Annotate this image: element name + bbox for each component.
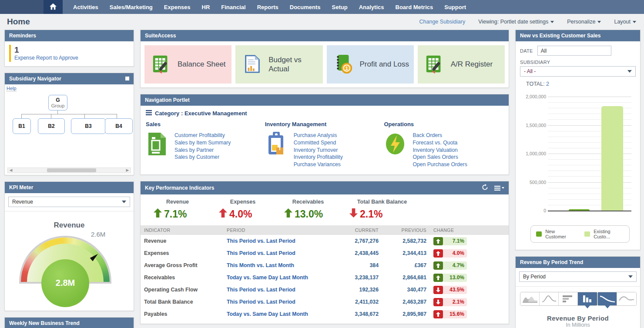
scroll-left-icon[interactable]: ◀ xyxy=(8,168,14,172)
table-row[interactable]: Operating Cash FlowThis Period vs. Last … xyxy=(141,284,509,296)
vbar-chart-icon-selected[interactable] xyxy=(578,292,597,305)
suiteaccess-tile-label: Budget vs Actual xyxy=(268,55,321,74)
smooth-line-icon[interactable] xyxy=(617,292,636,305)
total-count: TOTAL: 2 xyxy=(526,81,636,87)
nav-link-inventory-profitability[interactable]: Inventory Profitability xyxy=(294,154,343,161)
tree-node-b1[interactable]: B1 xyxy=(13,118,31,134)
new-vs-existing-header[interactable]: New vs Existing Customer Sales xyxy=(516,30,640,41)
navigation-portlet-header[interactable]: Navigation Portlet xyxy=(141,94,509,106)
nav-link-sales-by-customer[interactable]: Sales by Customer xyxy=(174,154,231,161)
suiteaccess-header[interactable]: SuiteAccess xyxy=(141,30,509,41)
horizontal-scrollbar[interactable]: ◀ ▶ xyxy=(7,167,131,173)
kpi-meter-select[interactable]: Revenue xyxy=(8,197,130,207)
kpi-period-link[interactable]: This Period vs. Last Period xyxy=(223,247,332,259)
nav-item-support[interactable]: Support xyxy=(444,4,466,10)
nav-link-open-sales-orders[interactable]: Open Sales Orders xyxy=(413,154,467,161)
maximize-icon[interactable] xyxy=(125,77,129,80)
nav-link-sales-by-item-summary[interactable]: Sales by Item Summary xyxy=(174,139,231,147)
nav-link-sales-by-partner[interactable]: Sales by Partner xyxy=(174,147,231,154)
nav-item-board-metrics[interactable]: Board Metrics xyxy=(396,4,433,10)
reminder-link[interactable]: Expense Report to Approve xyxy=(14,55,129,61)
kpi-period-link[interactable]: This Period vs. Last Period xyxy=(223,296,332,308)
home-tab[interactable] xyxy=(44,0,63,14)
weekly-trend-portlet: Weekly New Business Trend Weekly xyxy=(4,317,134,328)
legend-item: Existing Custo... xyxy=(584,229,624,239)
weekly-trend-header[interactable]: Weekly New Business Trend xyxy=(5,318,134,328)
reminders-header[interactable]: Reminders xyxy=(5,30,134,41)
date-input[interactable]: All xyxy=(537,46,611,56)
personalize-menu[interactable]: Personalize xyxy=(567,19,601,25)
nav-link-open-purchase-orders[interactable]: Open Purchase Orders xyxy=(413,161,467,168)
smooth-line-icon-selected[interactable] xyxy=(598,292,617,305)
table-row[interactable]: RevenueThis Period vs. Last Period2,767,… xyxy=(141,235,509,247)
nav-item-setup[interactable]: Setup xyxy=(332,4,348,10)
nav-link-back-orders[interactable]: Back Orders xyxy=(413,132,467,139)
kpi-period-link[interactable]: This Period vs. Last Period xyxy=(223,284,332,296)
nav-link-inventory-valuation[interactable]: Inventory Valuation xyxy=(413,147,467,154)
viewing-menu[interactable]: Viewing: Portlet date settings xyxy=(478,19,554,25)
subsidiary-select[interactable]: - All - xyxy=(520,66,636,77)
nav-link-inventory-turnover[interactable]: Inventory Turnover xyxy=(294,147,343,154)
revenue-trend-header[interactable]: Revenue By Period Trend xyxy=(516,257,640,268)
kpi-period-link[interactable]: Today vs. Same Day Last Month xyxy=(223,308,332,320)
nav-item-expenses[interactable]: Expenses xyxy=(164,4,191,10)
nav-portlet-column-sales: SalesCustomer ProfitabilitySales by Item… xyxy=(146,121,265,168)
category-row[interactable]: Category : Executive Management xyxy=(146,109,503,121)
table-row[interactable]: ReceivablesToday vs. Same Day Last Month… xyxy=(141,271,509,284)
table-row[interactable]: PayablesToday vs. Same Day Last Month3,3… xyxy=(141,308,509,320)
suiteaccess-tile-balance-sheet[interactable]: Balance Sheet xyxy=(144,45,231,84)
area-chart-icon[interactable] xyxy=(520,292,540,305)
subsidiary-navigator-header[interactable]: Subsidiary Navigator xyxy=(5,73,134,84)
tree-node-label: B2 xyxy=(48,123,54,129)
scroll-right-icon[interactable]: ▶ xyxy=(124,168,131,172)
nav-item-financial[interactable]: Financial xyxy=(221,4,245,10)
help-link[interactable]: Help xyxy=(7,86,17,91)
bar-new-customer[interactable] xyxy=(569,209,590,211)
gauge-title: Revenue xyxy=(5,221,134,230)
refresh-icon[interactable] xyxy=(482,184,488,192)
change-subsidiary-link[interactable]: Change Subsidiary xyxy=(419,19,466,25)
suiteaccess-tile-budget-vs-actual[interactable]: Budget vs Actual xyxy=(235,45,322,84)
suiteaccess-tile-a-r-register[interactable]: A/R Register xyxy=(418,45,505,84)
layout-menu[interactable]: Layout xyxy=(614,19,636,25)
nav-link-committed-spend[interactable]: Committed Spend xyxy=(294,139,343,147)
nav-portlet-column-operations: OperationsBack OrdersForecast vs. QuotaI… xyxy=(384,121,503,168)
nav-item-analytics[interactable]: Analytics xyxy=(359,4,384,10)
nav-link-customer-profitability[interactable]: Customer Profitability xyxy=(174,132,231,139)
kpi-period-link[interactable]: This Period vs. Last Period xyxy=(223,235,332,247)
tree-node-group[interactable]: G Group xyxy=(48,95,67,110)
revenue-trend-select[interactable]: By Period xyxy=(519,271,637,282)
kpi-summary-label: Revenue xyxy=(154,199,201,205)
tree-node-b2[interactable]: B2 xyxy=(38,118,65,134)
tree-node-b4[interactable]: B4 xyxy=(105,118,133,134)
new-vs-existing-portlet: New vs Existing Customer Sales DATE All … xyxy=(515,30,641,250)
table-row[interactable]: ExpensesThis Period vs. Last Period2,438… xyxy=(141,247,509,259)
kpi-meter-header[interactable]: KPI Meter xyxy=(5,182,134,193)
table-row[interactable]: Average Gross ProfitThis Month vs. Last … xyxy=(141,259,509,271)
legend-item: New Customer xyxy=(536,229,573,239)
nav-item-sales-marketing[interactable]: Sales/Marketing xyxy=(110,4,153,10)
scrollbar-thumb[interactable] xyxy=(47,168,96,172)
kpi-period-link[interactable]: Today vs. Same Day Last Month xyxy=(223,271,332,284)
subsidiary-tree: Help G Group B1B2B3B4 ◀ ▶ xyxy=(5,84,134,175)
nav-link-forecast-vs-quota[interactable]: Forecast vs. Quota xyxy=(413,139,467,147)
nav-item-hr[interactable]: HR xyxy=(202,4,210,10)
nav-item-activities[interactable]: Activities xyxy=(73,4,98,10)
nav-link-purchase-analysis[interactable]: Purchase Analysis xyxy=(294,132,343,139)
tree-node-b3[interactable]: B3 xyxy=(71,118,106,134)
portlet-menu-icon[interactable] xyxy=(494,186,504,191)
table-row[interactable]: Total Bank BalanceThis Period vs. Last P… xyxy=(141,296,509,308)
suiteaccess-tile-profit-and-loss[interactable]: 1Profit and Loss xyxy=(327,45,414,84)
nav-item-documents[interactable]: Documents xyxy=(290,4,321,10)
chart-title: Revenue By Period xyxy=(516,315,640,322)
kpi-summary-label: Receivables xyxy=(284,199,332,205)
bar-existing-customer[interactable] xyxy=(601,106,623,211)
hbar-chart-icon[interactable] xyxy=(559,292,578,305)
nav-link-purchase-variances[interactable]: Purchase Variances xyxy=(294,161,343,168)
kpi-header[interactable]: Key Performance Indicators xyxy=(141,181,509,194)
revenue-gauge: Revenue 2.6M 2.8M xyxy=(5,211,134,311)
nav-item-reports[interactable]: Reports xyxy=(257,4,278,10)
kpi-summary-revenue: Revenue7.1% xyxy=(154,199,219,220)
line-chart-icon[interactable] xyxy=(540,292,559,305)
kpi-period-link[interactable]: This Month vs. Last Month xyxy=(223,259,332,271)
